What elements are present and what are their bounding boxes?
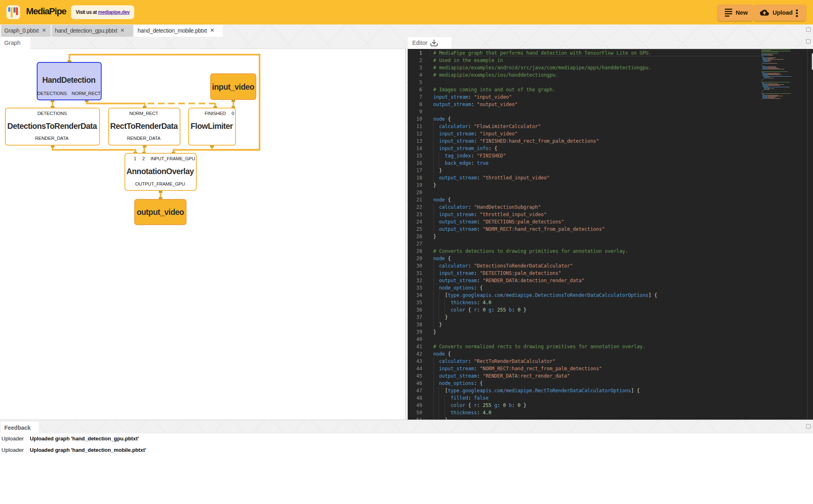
code-line[interactable]: back_edge: true	[433, 159, 489, 167]
code-line[interactable]: # Images coming into and out of the grap…	[433, 86, 555, 93]
code-line[interactable]: input_stream: "input_video"	[433, 130, 518, 137]
minimap-token	[762, 57, 766, 58]
graph-node-RectToRenderData[interactable]: RectToRenderDataNORM_RECTRENDER_DATA	[108, 108, 180, 146]
graph-node-AnnotationOverlay[interactable]: AnnotationOverlay12INPUT_FRAME_GPUOUTPUT…	[124, 153, 197, 191]
code-line[interactable]: color { r: 255 g: 0 b: 0 }	[433, 402, 526, 409]
graph-node-FlowLimiter[interactable]: FlowLimiterFINISHED0	[188, 108, 236, 146]
code-line[interactable]: input_stream_info: {	[433, 145, 498, 152]
minimap-token	[768, 74, 779, 74]
graph-node-input_video[interactable]: input_video	[210, 73, 256, 100]
minimap-token	[762, 66, 766, 67]
code-line[interactable]: filled: false	[433, 394, 489, 402]
code-line[interactable]: # mediapipie/examples/ios/handdetectiong…	[433, 71, 558, 79]
minimap-token	[767, 98, 768, 99]
minimap-token	[767, 73, 780, 73]
minimap-token	[762, 80, 763, 80]
graph-node-DetectionsToRenderData[interactable]: DetectionsToRenderDataDETECTIONSRENDER_D…	[5, 108, 100, 146]
minimap-token	[763, 90, 764, 91]
graph-edges	[0, 0, 405, 371]
line-number: 48	[408, 394, 422, 402]
code-line[interactable]: color { r: 0 g: 255 b: 0 }	[433, 306, 526, 314]
code-line[interactable]: node {	[433, 196, 451, 203]
minimap-token	[762, 97, 767, 97]
code-line[interactable]: # mediapipie/examples/android/src/java/c…	[433, 64, 651, 71]
feedback-source: Uploader	[2, 447, 24, 453]
code-line[interactable]: }	[433, 181, 436, 189]
minimap-token	[770, 88, 771, 89]
graph-edge	[87, 100, 144, 108]
line-number: 25	[408, 225, 422, 233]
new-button[interactable]: New	[717, 4, 753, 21]
minimap-token	[762, 69, 767, 69]
code-line[interactable]: output_stream: "RENDER_DATA:detection_re…	[433, 277, 585, 284]
code-line[interactable]: node {	[433, 255, 451, 262]
code-line[interactable]: tag_index: "FINISHED"	[433, 152, 506, 159]
port-label-NORM_RECT: NORM_RECT	[72, 91, 101, 96]
code-line[interactable]: [type.googleapis.com/mediapipe.RectToRen…	[433, 387, 640, 394]
upload-button[interactable]: Upload	[754, 4, 806, 21]
code-line[interactable]: calculator: "HandDetectionSubgraph"	[433, 203, 541, 211]
code-line[interactable]: # MediaPipe graph that performs hand det…	[433, 49, 651, 57]
code-editor[interactable]: 1234567891011121314151617181920212223242…	[408, 49, 813, 420]
code-line[interactable]: output_stream: "NORM_RECT:hand_rect_from…	[433, 225, 605, 233]
code-line[interactable]: node_options: {	[433, 380, 483, 387]
code-line[interactable]: }	[433, 233, 436, 240]
minimap-token	[762, 50, 771, 51]
node-title: HandDetection	[42, 75, 95, 84]
graph-node-HandDetection[interactable]: HandDetectionDETECTIONSNORM_RECT	[37, 62, 102, 100]
code-line[interactable]: output_stream: "output_video"	[433, 101, 518, 108]
minimap-token	[770, 78, 771, 78]
code-line[interactable]: output_stream: "DETECTIONS:palm_detectio…	[433, 218, 564, 225]
code-line[interactable]: output_stream: "RENDER_DATA:rect_render_…	[433, 372, 570, 380]
graph-node-output_video[interactable]: output_video	[134, 199, 186, 225]
line-number: 14	[408, 145, 422, 152]
minimap-token	[767, 74, 767, 74]
code-line[interactable]: thickness: 4.0	[433, 409, 492, 416]
expand-filetabs-icon[interactable]	[806, 27, 811, 32]
code-line[interactable]: output_stream: "throttled_input_video"	[433, 174, 550, 181]
port-label-1: 1	[134, 156, 136, 161]
code-line[interactable]: }	[433, 321, 442, 328]
line-number: 21	[408, 196, 422, 203]
code-line[interactable]: node {	[433, 115, 451, 123]
code-line[interactable]: calculator: "DetectionsToRenderDataCalcu…	[433, 262, 573, 270]
code-line[interactable]: }	[433, 314, 448, 321]
code-line[interactable]: input_stream: "throttled_input_video"	[433, 211, 547, 218]
code-line[interactable]: }	[433, 167, 442, 174]
line-number: 51	[408, 416, 422, 420]
download-icon[interactable]	[430, 39, 438, 47]
code-line[interactable]: [type.googleapis.com/mediapipe.Detection…	[433, 292, 658, 299]
code-line[interactable]: input_stream: "NORM_RECT:hand_rect_from_…	[433, 365, 602, 372]
code-line[interactable]: input_stream: "input_video"	[433, 93, 512, 101]
code-line[interactable]: node_options: {	[433, 284, 483, 292]
code-line[interactable]: calculator: "FlowLimiterCalculator"	[433, 123, 541, 130]
minimap-token	[762, 64, 762, 64]
minimap-token	[762, 95, 766, 95]
line-number: 40	[408, 336, 422, 343]
tab-editor[interactable]: Editor	[408, 37, 451, 49]
code-line[interactable]: input_stream: "FINISHED:hand_rect_from_p…	[433, 137, 599, 145]
line-number: 31	[408, 270, 422, 277]
code-line[interactable]: }	[433, 328, 436, 336]
code-line[interactable]: }	[433, 416, 448, 420]
code-line[interactable]: thickness: 4.0	[433, 299, 492, 306]
expand-editor-icon[interactable]	[806, 39, 811, 44]
minimap-token	[772, 88, 773, 89]
minimap-token	[773, 78, 773, 78]
minimap-token	[788, 87, 789, 87]
code-line[interactable]: # Converts detections to drawing primiti…	[433, 248, 628, 255]
code-line[interactable]: # Converts normalized rects to drawing p…	[433, 343, 646, 350]
expand-feedback-icon[interactable]	[806, 424, 811, 429]
minimap-token	[790, 76, 791, 77]
tab-feedback[interactable]: Feedback	[1, 422, 39, 434]
minimap-token	[768, 85, 780, 86]
code-line[interactable]: input_stream: "DETECTIONS:palm_detection…	[433, 270, 562, 277]
minimap-token	[767, 89, 768, 90]
minimap-token	[762, 71, 788, 72]
minimap-token	[762, 84, 767, 85]
code-line[interactable]: # Used in the example in	[433, 57, 503, 64]
code-line[interactable]: node {	[433, 350, 451, 358]
code-line[interactable]: calculator: "RectToRenderDataCalculator"	[433, 358, 555, 365]
more-options-icon[interactable]	[796, 9, 798, 18]
graph-canvas[interactable]: HandDetectionDETECTIONSNORM_RECTinput_vi…	[0, 49, 406, 420]
